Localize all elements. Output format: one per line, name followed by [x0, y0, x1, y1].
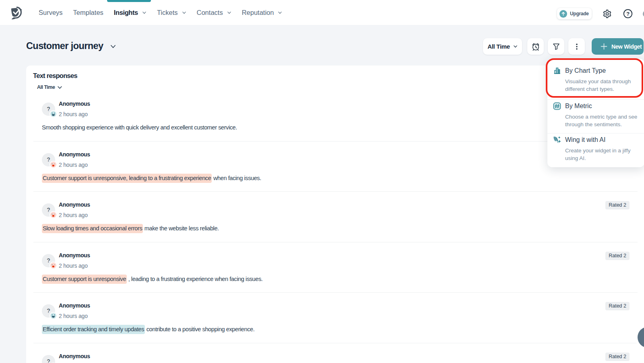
svg-text:?: ?	[626, 11, 630, 17]
